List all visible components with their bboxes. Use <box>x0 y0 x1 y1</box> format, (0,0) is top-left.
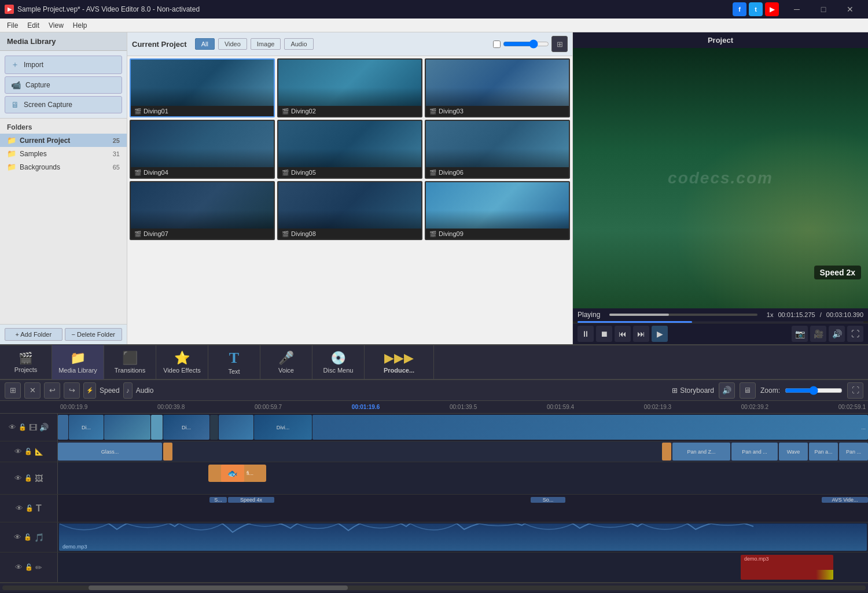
folder-count-current: 25 <box>113 137 120 144</box>
tool-voice[interactable]: 🎤 Voice <box>260 345 312 380</box>
video-lock-toggle[interactable]: 🔓 <box>19 423 27 431</box>
import-button[interactable]: ＋ Import <box>5 56 122 74</box>
tool-projects[interactable]: 🎬 Projects <box>0 345 52 380</box>
timeline-tracks: 00:00:19.9 00:00:39.8 00:00:59.7 00:01:1… <box>0 401 868 593</box>
tool-disc-menu[interactable]: 💿 Disc Menu <box>312 345 365 380</box>
video-vis-toggle[interactable]: 👁 <box>9 423 16 432</box>
overlay-vis-toggle[interactable]: 👁 <box>14 474 22 482</box>
folder-samples[interactable]: 📁 Samples 31 <box>0 147 127 160</box>
view-slider[interactable] <box>503 39 549 49</box>
overlay-lock-toggle[interactable]: 🔓 <box>24 474 32 482</box>
produce-icon: ▶▶▶ <box>384 351 414 366</box>
storyboard-toggle[interactable]: ⊞ Storyboard <box>672 386 714 395</box>
media-item-diving06[interactable]: 🎬 Diving06 <box>425 120 570 179</box>
fullscreen-button[interactable]: ⛶ <box>847 326 863 342</box>
projects-label: Projects <box>14 366 38 373</box>
redo-tool[interactable]: ↪ <box>64 382 80 399</box>
app-icon: ▶ <box>5 5 14 14</box>
media-item-diving02[interactable]: 🎬 Diving02 <box>277 58 422 117</box>
fit-timeline[interactable]: ⛶ <box>847 382 863 399</box>
play-button[interactable]: ▶ <box>652 326 668 342</box>
media-label-3: 🎬 Diving03 <box>426 106 569 116</box>
effects-lock-toggle[interactable]: 🔓 <box>24 448 32 455</box>
menu-help[interactable]: Help <box>68 20 92 31</box>
tool-produce[interactable]: ▶▶▶ Produce... <box>365 345 434 380</box>
effects-vis-toggle[interactable]: 👁 <box>14 447 22 456</box>
folder-backgrounds[interactable]: 📁 Backgrounds 65 <box>0 160 127 174</box>
filter-video[interactable]: Video <box>218 38 247 50</box>
minimize-button[interactable]: ─ <box>784 0 810 19</box>
folder-current-project[interactable]: 📁 Current Project 25 <box>0 134 127 147</box>
stop-button[interactable]: ⏹ <box>596 326 612 342</box>
close-button[interactable]: ✕ <box>837 0 863 19</box>
prev-frame-button[interactable]: ⏮ <box>615 326 631 342</box>
audio1-lock-toggle[interactable]: 🔓 <box>24 533 32 541</box>
folder-name-backgrounds: Backgrounds <box>20 163 60 171</box>
media-item-diving01[interactable]: 🎬 Diving01 <box>130 58 275 117</box>
scrollbar-thumb[interactable] <box>89 585 348 590</box>
tool-video-effects[interactable]: ⭐ Video Effects <box>156 345 208 380</box>
media-item-diving07[interactable]: 🎬 Diving07 <box>130 181 275 240</box>
view-checkbox[interactable] <box>493 40 501 48</box>
pause-button[interactable]: ⏸ <box>578 326 594 342</box>
speed-effect-tool[interactable]: ⚡ <box>83 382 96 399</box>
maximize-button[interactable]: □ <box>810 0 837 19</box>
media-item-diving05[interactable]: 🎬 Diving05 <box>277 120 422 179</box>
media-item-diving04[interactable]: 🎬 Diving04 <box>130 120 275 179</box>
tool-text[interactable]: T Text <box>208 345 260 380</box>
youtube-icon[interactable]: ▶ <box>765 2 779 16</box>
capture-button[interactable]: 📹 Capture <box>5 76 122 94</box>
audio1-vis-toggle[interactable]: 👁 <box>14 533 21 542</box>
audio2-vis-toggle[interactable]: 👁 <box>15 563 23 572</box>
disc-label: Disc Menu <box>323 367 354 374</box>
audio-vis-toggle[interactable]: 🔊 <box>39 423 49 432</box>
media-item-diving08[interactable]: 🎬 Diving08 <box>277 181 422 240</box>
timeline-content: 00:00:19.9 00:00:39.8 00:00:59.7 00:01:1… <box>0 401 868 593</box>
menu-file[interactable]: File <box>2 20 23 31</box>
audio1-track-icon: 🎵 <box>34 533 44 542</box>
screen-capture-button[interactable]: 🖥 Screen Capture <box>5 96 122 113</box>
speed-label[interactable]: Speed <box>100 386 120 395</box>
folder-count-samples: 31 <box>113 150 120 157</box>
filter-audio[interactable]: Audio <box>284 38 313 50</box>
audio2-lock-toggle[interactable]: 🔓 <box>25 563 33 571</box>
video-icon-7: 🎬 <box>134 231 141 237</box>
delete-tool[interactable]: ✕ <box>24 382 41 399</box>
snapshot-button[interactable]: 📷 <box>792 326 808 342</box>
select-tool[interactable]: ⊞ <box>5 382 21 399</box>
undo-tool[interactable]: ↩ <box>44 382 60 399</box>
add-folder-button[interactable]: + Add Folder <box>5 328 62 341</box>
camera-button[interactable]: 🎥 <box>810 326 826 342</box>
extra-controls: 📷 🎥 🔊 ⛶ <box>792 326 863 342</box>
capture-label: Capture <box>25 81 50 89</box>
bottom-toolbar: 🎬 Projects 📁 Media Library ⬛ Transitions… <box>0 344 868 379</box>
text-vis-toggle[interactable]: 👁 <box>16 504 23 513</box>
tool-transitions[interactable]: ⬛ Transitions <box>104 345 156 380</box>
tool-media-library[interactable]: 📁 Media Library <box>52 345 104 380</box>
media-item-diving03[interactable]: 🎬 Diving03 <box>425 58 570 117</box>
media-item-diving09[interactable]: 🎬 Diving09 <box>425 181 570 240</box>
facebook-icon[interactable]: f <box>733 2 746 16</box>
audio2-track-icon: ✏ <box>35 563 42 572</box>
audio-tool[interactable]: ♪ <box>123 382 133 399</box>
audio-label[interactable]: Audio <box>136 386 154 395</box>
timeline-section: ⊞ ✕ ↩ ↪ ⚡ Speed ♪ Audio ⊞ Storyboard 🔊 🖥… <box>0 379 868 593</box>
effects-track-icon: 📐 <box>35 448 43 456</box>
audio-settings[interactable]: 🔊 <box>719 382 735 399</box>
text-lock-toggle[interactable]: 🔓 <box>25 504 34 512</box>
filter-image[interactable]: Image <box>251 38 281 50</box>
grid-view-button[interactable]: ⊞ <box>551 36 568 52</box>
projects-icon: 🎬 <box>19 351 33 365</box>
filter-all[interactable]: All <box>195 38 215 50</box>
view-settings[interactable]: 🖥 <box>740 382 756 399</box>
next-frame-button[interactable]: ⏭ <box>633 326 649 342</box>
preview-progress-bar[interactable] <box>609 314 757 316</box>
delete-folder-button[interactable]: − Delete Folder <box>65 328 123 341</box>
zoom-slider[interactable] <box>785 386 843 395</box>
volume-button[interactable]: 🔊 <box>829 326 845 342</box>
timeline-scrollbar[interactable] <box>0 583 868 592</box>
menu-edit[interactable]: Edit <box>23 20 44 31</box>
ruler-mark-9: 00:02:59.1 <box>838 404 866 410</box>
menu-view[interactable]: View <box>44 20 68 31</box>
twitter-icon[interactable]: t <box>749 2 763 16</box>
